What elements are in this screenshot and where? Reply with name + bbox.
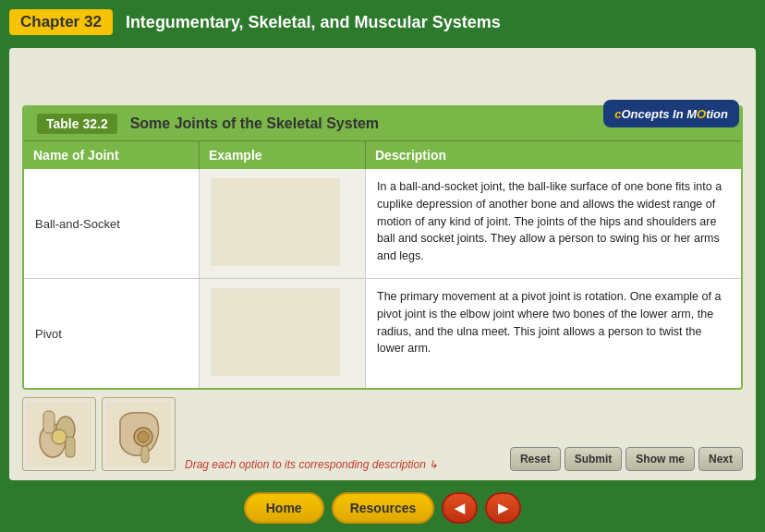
header: Chapter 32 Integumentary, Skeletal, and …: [0, 0, 765, 44]
chapter-badge: Chapter 32: [9, 9, 113, 35]
joint-name-2: Pivot: [24, 279, 200, 388]
svg-rect-7: [66, 437, 75, 457]
pivot-image: [211, 288, 340, 376]
col-header-description: Description: [366, 141, 741, 169]
resources-button[interactable]: Resources: [332, 492, 435, 524]
image-thumbnails: [22, 397, 176, 471]
back-button[interactable]: ◀: [442, 492, 478, 524]
ball-socket-image: [211, 178, 340, 266]
joint-desc-1: In a ball-and-socket joint, the ball-lik…: [366, 169, 741, 278]
col-header-name: Name of Joint: [24, 141, 200, 169]
joint-desc-2: The primary movement at a pivot joint is…: [366, 279, 741, 388]
home-button[interactable]: Home: [244, 492, 324, 524]
elbow-thumbnail[interactable]: [22, 397, 96, 471]
show-me-button[interactable]: Show me: [625, 447, 695, 471]
bottom-nav: Home Resources ◀ ▶: [0, 484, 765, 532]
bottom-section: Drag each option to its corresponding de…: [22, 397, 743, 471]
forward-button[interactable]: ▶: [485, 492, 521, 524]
svg-rect-6: [43, 411, 55, 433]
joint-name-1: Ball-and-Socket: [24, 169, 200, 278]
table-title: Some Joints of the Skeletal System: [130, 115, 379, 132]
table-column-headers: Name of Joint Example Description: [24, 140, 741, 169]
hip-thumbnail[interactable]: [102, 397, 176, 471]
table-body: Ball-and-Socket In a ball-and-socket joi…: [24, 169, 741, 388]
submit-button[interactable]: Submit: [565, 447, 623, 471]
action-buttons: Reset Submit Show me Next: [510, 447, 743, 471]
main-content: cOncepts In MOtion Table 32.2 Some Joint…: [9, 48, 756, 480]
svg-point-5: [52, 429, 67, 444]
table-id: Table 32.2: [37, 114, 117, 134]
svg-rect-11: [141, 446, 149, 463]
svg-point-10: [138, 431, 149, 442]
drag-instruction: Drag each option to its corresponding de…: [185, 458, 501, 471]
svg-rect-1: [211, 288, 340, 376]
joint-example-2[interactable]: [200, 279, 366, 388]
hip-icon: [106, 402, 171, 466]
svg-rect-0: [211, 178, 340, 266]
header-title: Integumentary, Skeletal, and Muscular Sy…: [126, 13, 501, 32]
reset-button[interactable]: Reset: [510, 447, 561, 471]
joint-example-1[interactable]: [200, 169, 366, 278]
table-row: Ball-and-Socket In a ball-and-socket joi…: [24, 169, 741, 279]
joints-table: Table 32.2 Some Joints of the Skeletal S…: [22, 105, 743, 390]
elbow-icon: [27, 402, 91, 466]
next-button[interactable]: Next: [698, 447, 743, 471]
table-row: Pivot The primary movement at a pivot jo…: [24, 279, 741, 388]
concepts-in-motion-logo: cOncepts In MOtion: [603, 100, 739, 127]
col-header-example: Example: [200, 141, 366, 169]
